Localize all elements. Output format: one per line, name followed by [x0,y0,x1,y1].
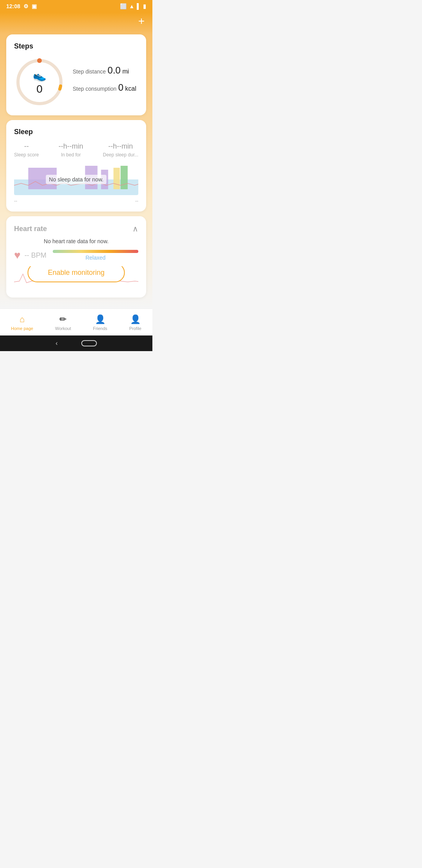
in-bed-label: In bed for [59,152,83,158]
sleep-score-value: -- [14,142,39,151]
nav-home-label: Home page [11,326,33,331]
in-bed-stat: --h--min In bed for [59,142,83,158]
nav-workout[interactable]: ✏ Workout [49,313,77,332]
screen-mirror-icon: ▣ [32,3,37,9]
steps-stats: Step distance 0.0 mi Step consumption 0 … [73,65,138,99]
steps-circle: 👟 0 [14,57,65,108]
main-content: Steps 👟 0 Step distance 0.0 mi [0,34,152,308]
home-button[interactable] [81,340,97,346]
heart-chart: Enable monitoring [14,266,138,290]
cast-icon: ⬜ [120,3,127,9]
status-bar: 12:08 ⚙ ▣ ⬜ ▲ ▌ ▮ [0,0,152,13]
step-distance-value: 0.0 mi [107,68,129,75]
sleep-times: -- -- [14,198,138,204]
add-button[interactable]: + [138,16,145,27]
status-left: 12:08 ⚙ ▣ [6,3,37,9]
status-right: ⬜ ▲ ▌ ▮ [120,3,146,9]
android-nav-bar: ‹ [0,335,152,351]
battery-icon: ▮ [143,3,146,9]
nav-friends[interactable]: 👤 Friends [87,313,114,332]
svg-point-2 [37,58,42,63]
sleep-score-label: Sleep score [14,152,39,158]
heart-icon: ♥ [14,249,21,262]
sleep-time-end: -- [135,198,138,204]
bpm-display: -- BPM [25,251,46,260]
nav-home[interactable]: ⌂ Home page [5,313,39,332]
heart-rate-bar [53,250,138,253]
step-distance-label: Step distance [73,68,106,75]
home-icon: ⌂ [20,314,25,325]
profile-icon: 👤 [130,314,141,325]
workout-icon: ✏ [59,314,66,325]
heart-rate-card: Heart rate ∧ No heart rate data for now.… [6,216,146,298]
steps-card: Steps 👟 0 Step distance 0.0 mi [6,34,146,115]
nav-workout-label: Workout [55,326,71,331]
steps-count: 0 [36,83,43,95]
settings-icon: ⚙ [23,3,29,9]
deep-sleep-label: Deep sleep dur... [103,152,138,158]
step-distance-row: Step distance 0.0 mi [73,65,138,76]
svg-rect-8 [121,166,128,189]
step-consumption-value: 0 kcal [118,85,136,92]
nav-friends-label: Friends [93,326,107,331]
step-consumption-label: Step consumption [73,86,116,92]
sleep-no-data-text: No sleep data for now. [46,175,106,184]
step-consumption-row: Step consumption 0 kcal [73,82,138,93]
svg-rect-7 [113,168,120,189]
nav-profile-label: Profile [129,326,141,331]
sleep-chart: No sleep data for now. [14,164,138,195]
signal-icon: ▌ [137,3,141,9]
time-display: 12:08 [6,3,20,9]
in-bed-value: --h--min [59,142,83,151]
steps-inner: 👟 0 [33,69,46,95]
steps-title: Steps [14,42,138,50]
footprint-icon: 👟 [33,69,46,82]
sleep-card: Sleep -- Sleep score --h--min In bed for… [6,120,146,212]
bottom-nav: ⌂ Home page ✏ Workout 👤 Friends 👤 Profil… [0,308,152,335]
heart-rate-header: Heart rate ∧ [14,224,138,233]
deep-sleep-value: --h--min [103,142,138,151]
back-button[interactable]: ‹ [55,340,57,347]
enable-monitoring-button[interactable]: Enable monitoring [27,266,125,282]
sleep-stats: -- Sleep score --h--min In bed for --h--… [14,142,138,158]
wifi-icon: ▲ [129,3,134,9]
nav-profile[interactable]: 👤 Profile [123,313,148,332]
heart-rate-bar-container: Relaxed [53,250,138,261]
sleep-time-start: -- [14,198,17,204]
header: + [0,13,152,34]
heart-rate-title: Heart rate [14,225,47,233]
friends-icon: 👤 [95,314,106,325]
steps-content: 👟 0 Step distance 0.0 mi Step consumptio… [14,57,138,108]
heart-rate-status: Relaxed [53,255,138,261]
deep-sleep-stat: --h--min Deep sleep dur... [103,142,138,158]
heart-no-data-text: No heart rate data for now. [14,238,138,244]
sleep-score-stat: -- Sleep score [14,142,39,158]
sleep-title: Sleep [14,128,138,136]
collapse-button[interactable]: ∧ [132,224,138,233]
heart-rate-info: ♥ -- BPM Relaxed [14,249,138,262]
